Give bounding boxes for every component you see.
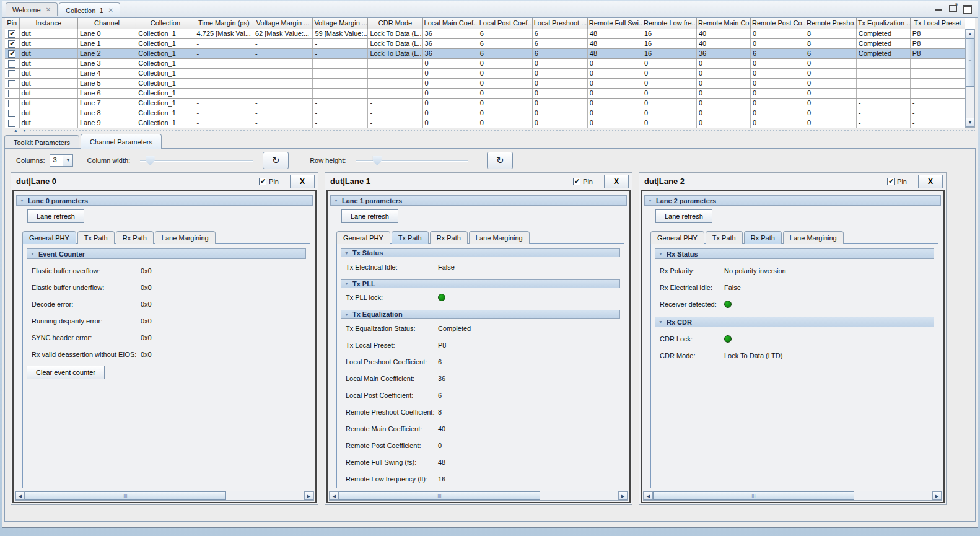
table-row[interactable]: dutLane 4Collection_1----00000000-- (5, 68, 965, 78)
collapse-triangle-icon[interactable]: ▼ (344, 281, 349, 286)
tab-general-phy[interactable]: General PHY (336, 231, 390, 244)
collapse-triangle-icon[interactable]: ▼ (20, 198, 24, 203)
tab-channel-parameters[interactable]: Channel Parameters (81, 134, 162, 149)
pin-checkbox[interactable] (8, 30, 15, 38)
panel-close-button[interactable]: X (604, 175, 629, 188)
column-header-remote-full-swi[interactable]: Remote Full Swi... (587, 18, 642, 29)
scroll-right-icon[interactable]: ▶ (932, 491, 942, 500)
column-width-slider[interactable] (140, 154, 253, 167)
group-header-tx-equalization[interactable]: ▼Tx Equalization (341, 310, 620, 319)
tab-rx-path[interactable]: Rx Path (430, 231, 468, 244)
column-header-collection[interactable]: Collection (136, 18, 195, 29)
column-header-channel[interactable]: Channel (77, 18, 136, 29)
split-divider[interactable]: ▲ ▼ (5, 128, 975, 134)
collapse-triangle-icon[interactable]: ▼ (658, 320, 663, 324)
tab-tx-path[interactable]: Tx Path (77, 231, 115, 244)
collapse-triangle-icon[interactable]: ▼ (658, 252, 663, 256)
group-header-tx-status[interactable]: ▼Tx Status (341, 248, 620, 257)
pin-toggle[interactable]: Pin (887, 178, 907, 185)
tab-general-phy[interactable]: General PHY (22, 231, 76, 244)
pin-checkbox[interactable] (8, 110, 15, 117)
scrollbar-track[interactable]: ||| (653, 491, 932, 500)
scrollbar-track[interactable]: ||| (339, 491, 618, 500)
tab-tx-path[interactable]: Tx Path (392, 231, 429, 244)
pin-checkbox[interactable] (8, 70, 15, 77)
scrollbar-thumb[interactable]: ≡ (966, 38, 974, 87)
tab-lane-margining[interactable]: Lane Margining (783, 231, 844, 244)
tab-collection-1[interactable]: Collection_1✕ (59, 2, 120, 17)
pin-checkbox[interactable] (8, 90, 15, 97)
pin-checkbox[interactable] (259, 178, 266, 185)
column-header-voltage-margin[interactable]: Voltage Margin ... (253, 18, 312, 29)
slider-track[interactable] (356, 160, 468, 162)
column-header-remote-low-fre[interactable]: Remote Low fre... (642, 18, 696, 29)
column-header-local-post-coef[interactable]: Local Post Coef... (478, 18, 532, 29)
pin-checkbox[interactable] (8, 100, 15, 107)
lane-refresh-button[interactable]: Lane refresh (655, 209, 712, 223)
tab-welcome[interactable]: Welcome✕ (6, 2, 58, 16)
scroll-up-icon[interactable]: ▲ (966, 29, 974, 38)
scroll-left-icon[interactable]: ◀ (15, 491, 25, 500)
scrollbar-thumb[interactable]: ||| (339, 491, 540, 500)
row-height-refresh-button[interactable]: ↻ (487, 152, 513, 169)
column-header-voltage-margin[interactable]: Voltage Margin ... (313, 18, 368, 29)
column-header-pin[interactable]: Pin (5, 18, 19, 29)
panel-close-button[interactable]: X (290, 175, 315, 188)
lane-parameters-header[interactable]: ▼Lane 1 parameters (330, 195, 627, 206)
column-header-local-preshoot[interactable]: Local Preshoot ... (532, 18, 587, 29)
tab-rx-path[interactable]: Rx Path (744, 231, 782, 244)
group-header-rx-cdr[interactable]: ▼Rx CDR (655, 317, 934, 327)
pin-checkbox[interactable] (8, 80, 15, 87)
table-row[interactable]: dutLane 9Collection_1----00000000-- (5, 118, 965, 128)
restore-icon[interactable] (949, 5, 957, 12)
table-row[interactable]: dutLane 8Collection_1----00000000-- (5, 108, 965, 118)
column-header-tx-local-preset[interactable]: Tx Local Preset (910, 18, 965, 29)
tab-tx-path[interactable]: Tx Path (706, 231, 743, 244)
pin-checkbox[interactable] (8, 60, 15, 68)
panel-horizontal-scrollbar[interactable]: ◀|||▶ (15, 491, 314, 501)
columns-combo[interactable]: 3 ▼ (50, 154, 73, 167)
tab-close-icon[interactable]: ✕ (108, 7, 113, 14)
group-header-rx-status[interactable]: ▼Rx Status (655, 248, 934, 259)
panel-close-button[interactable]: X (918, 175, 943, 188)
pin-toggle[interactable]: Pin (573, 178, 593, 185)
column-header-remote-presho[interactable]: Remote Presho... (805, 18, 857, 29)
scrollbar-thumb[interactable]: ||| (653, 491, 854, 500)
slider-thumb[interactable] (146, 156, 155, 165)
table-row[interactable]: dutLane 0Collection_14.725 [Mask Val...6… (5, 29, 965, 38)
scroll-down-icon[interactable]: ▼ (966, 118, 974, 127)
scroll-left-icon[interactable]: ◀ (330, 491, 339, 500)
pin-checkbox[interactable] (573, 178, 580, 185)
collapse-triangle-icon[interactable]: ▼ (344, 251, 349, 255)
minimize-icon[interactable] (935, 5, 943, 12)
table-row[interactable]: dutLane 5Collection_1----00000000-- (5, 78, 965, 88)
collapse-triangle-icon[interactable]: ▼ (648, 198, 652, 203)
pin-checkbox[interactable] (8, 50, 15, 58)
scrollbar-thumb[interactable]: ||| (25, 491, 226, 500)
pin-checkbox[interactable] (8, 40, 15, 48)
group-header-event-counter[interactable]: ▼Event Counter (27, 248, 306, 259)
column-header-local-main-coef[interactable]: Local Main Coef... (422, 18, 478, 29)
tab-lane-margining[interactable]: Lane Margining (469, 231, 530, 244)
pin-toggle[interactable]: Pin (259, 178, 279, 185)
tab-toolkit-parameters[interactable]: Toolkit Parameters (4, 135, 79, 149)
tab-general-phy[interactable]: General PHY (650, 231, 704, 244)
table-vertical-scrollbar[interactable]: ▲ ≡ ▼ (965, 29, 975, 128)
table-row[interactable]: dutLane 6Collection_1----00000000-- (5, 88, 965, 98)
lane-refresh-button[interactable]: Lane refresh (341, 209, 398, 223)
scrollbar-track[interactable] (966, 87, 974, 118)
table-row[interactable]: dutLane 7Collection_1----00000000-- (5, 98, 965, 108)
collapse-up-icon[interactable]: ▲ (14, 128, 18, 133)
chevron-down-icon[interactable]: ▼ (63, 155, 72, 166)
scroll-right-icon[interactable]: ▶ (304, 491, 313, 500)
scroll-left-icon[interactable]: ◀ (644, 491, 653, 500)
column-header-remote-post-co[interactable]: Remote Post Co... (750, 18, 805, 29)
column-header-cdr-mode[interactable]: CDR Mode (368, 18, 422, 29)
tab-lane-margining[interactable]: Lane Margining (155, 231, 216, 244)
lane-parameters-header[interactable]: ▼Lane 0 parameters (16, 195, 313, 206)
row-height-slider[interactable] (356, 154, 468, 167)
scroll-right-icon[interactable]: ▶ (618, 491, 628, 500)
pin-checkbox[interactable] (887, 178, 895, 185)
tab-close-icon[interactable]: ✕ (46, 6, 51, 13)
column-header-time-margin-ps[interactable]: Time Margin (ps) (195, 18, 253, 29)
